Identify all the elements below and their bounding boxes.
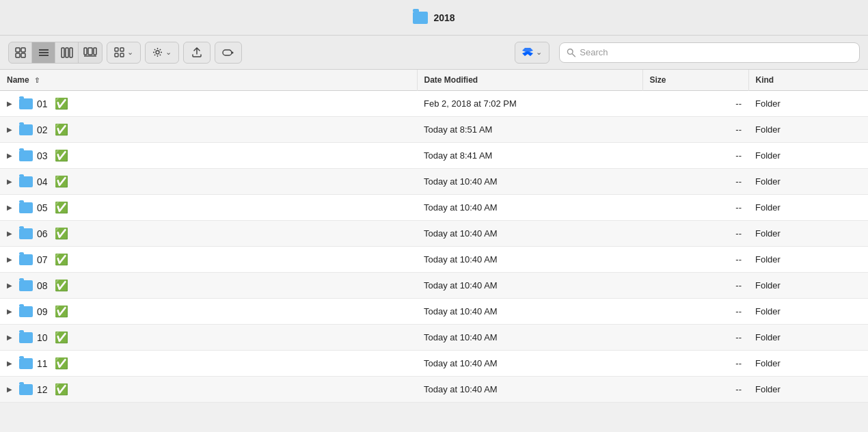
table-row[interactable]: ▶ 03 ✅ Today at 8:41 AM--Folder — [0, 143, 868, 169]
table-row[interactable]: ▶ 11 ✅ Today at 10:40 AM--Folder — [0, 351, 868, 377]
table-row[interactable]: ▶ 05 ✅ Today at 10:40 AM--Folder — [0, 195, 868, 221]
column-view-button[interactable] — [55, 42, 79, 64]
expand-arrow[interactable]: ▶ — [7, 204, 15, 211]
svg-rect-0 — [16, 48, 20, 52]
name-cell: ▶ 02 ✅ — [0, 117, 417, 143]
file-browser: Name ⇧ Date Modified Size Kind ▶ 01 ✅ — [0, 70, 868, 432]
search-bar[interactable] — [559, 42, 860, 63]
file-name: 12 — [37, 384, 48, 395]
gallery-view-button[interactable] — [79, 42, 102, 64]
name-cell: ▶ 07 ✅ — [0, 247, 417, 273]
file-name: 03 — [37, 150, 48, 161]
folder-icon — [19, 358, 33, 369]
kind-cell: Folder — [748, 143, 868, 169]
name-cell: ▶ 04 ✅ — [0, 169, 417, 195]
expand-arrow[interactable]: ▶ — [7, 126, 15, 133]
size-cell: -- — [642, 299, 748, 325]
file-name: 05 — [37, 202, 48, 213]
file-name: 08 — [37, 280, 48, 291]
gallery-view-icon — [83, 47, 97, 58]
svg-marker-22 — [522, 51, 533, 56]
svg-rect-9 — [70, 48, 72, 57]
table-row[interactable]: ▶ 09 ✅ Today at 10:40 AM--Folder — [0, 299, 868, 325]
folder-icon — [19, 176, 33, 187]
date-modified-cell: Today at 10:40 AM — [417, 351, 642, 377]
folder-icon — [19, 228, 33, 239]
expand-arrow[interactable]: ▶ — [7, 230, 15, 237]
icon-view-button[interactable] — [9, 42, 32, 64]
table-row[interactable]: ▶ 04 ✅ Today at 10:40 AM--Folder — [0, 169, 868, 195]
file-name: 06 — [37, 228, 48, 239]
expand-arrow[interactable]: ▶ — [7, 178, 15, 185]
search-icon — [567, 48, 575, 57]
size-cell: -- — [642, 351, 748, 377]
svg-rect-3 — [21, 53, 25, 57]
svg-rect-7 — [62, 48, 64, 57]
column-header-size[interactable]: Size — [642, 70, 748, 91]
expand-arrow[interactable]: ▶ — [7, 282, 15, 289]
table-row[interactable]: ▶ 12 ✅ Today at 10:40 AM--Folder — [0, 377, 868, 403]
dropbox-button[interactable]: ⌄ — [515, 42, 550, 64]
date-modified-cell: Today at 10:40 AM — [417, 325, 642, 351]
group-button[interactable]: ⌄ — [107, 42, 141, 64]
view-mode-group — [8, 42, 103, 64]
expand-arrow[interactable]: ▶ — [7, 256, 15, 263]
size-cell: -- — [642, 195, 748, 221]
folder-icon — [19, 306, 33, 317]
list-view-icon — [38, 47, 49, 58]
svg-point-20 — [232, 51, 234, 53]
search-input[interactable] — [580, 47, 852, 57]
dropbox-icon — [522, 47, 533, 58]
list-view-button[interactable] — [32, 42, 55, 64]
size-cell: -- — [642, 221, 748, 247]
share-button[interactable] — [183, 42, 211, 64]
date-modified-cell: Today at 10:40 AM — [417, 273, 642, 299]
table-row[interactable]: ▶ 06 ✅ Today at 10:40 AM--Folder — [0, 221, 868, 247]
column-view-icon — [61, 47, 73, 58]
kind-cell: Folder — [748, 351, 868, 377]
table-row[interactable]: ▶ 07 ✅ Today at 10:40 AM--Folder — [0, 247, 868, 273]
date-modified-cell: Today at 10:40 AM — [417, 299, 642, 325]
expand-arrow[interactable]: ▶ — [7, 308, 15, 315]
file-name: 01 — [37, 98, 48, 109]
expand-arrow[interactable]: ▶ — [7, 360, 15, 367]
expand-arrow[interactable]: ▶ — [7, 334, 15, 341]
column-header-kind[interactable]: Kind — [748, 70, 868, 91]
sync-status-icon: ✅ — [55, 331, 68, 344]
table-row[interactable]: ▶ 08 ✅ Today at 10:40 AM--Folder — [0, 273, 868, 299]
size-cell: -- — [642, 91, 748, 117]
table-row[interactable]: ▶ 01 ✅ Feb 2, 2018 at 7:02 PM--Folder — [0, 91, 868, 117]
sync-status-icon: ✅ — [55, 97, 68, 110]
svg-rect-16 — [115, 53, 118, 57]
svg-line-24 — [573, 53, 575, 56]
kind-cell: Folder — [748, 169, 868, 195]
icon-view-icon — [15, 47, 26, 58]
name-cell: ▶ 12 ✅ — [0, 377, 417, 403]
folder-icon — [19, 150, 33, 161]
svg-rect-2 — [16, 53, 20, 57]
svg-rect-10 — [84, 48, 87, 55]
sync-status-icon: ✅ — [55, 175, 68, 188]
size-cell: -- — [642, 143, 748, 169]
expand-arrow[interactable]: ▶ — [7, 152, 15, 159]
column-header-date[interactable]: Date Modified — [417, 70, 642, 91]
date-modified-cell: Feb 2, 2018 at 7:02 PM — [417, 91, 642, 117]
expand-arrow[interactable]: ▶ — [7, 100, 15, 107]
sync-status-icon: ✅ — [55, 201, 68, 214]
table-row[interactable]: ▶ 02 ✅ Today at 8:51 AM--Folder — [0, 117, 868, 143]
svg-rect-11 — [88, 48, 92, 55]
expand-arrow[interactable]: ▶ — [7, 386, 15, 393]
file-name: 09 — [37, 306, 48, 317]
action-button[interactable]: ⌄ — [145, 42, 179, 64]
svg-point-18 — [156, 51, 159, 54]
tag-button[interactable] — [215, 42, 242, 64]
folder-icon — [19, 280, 33, 291]
group-icon — [114, 47, 124, 57]
svg-rect-15 — [120, 48, 124, 51]
sync-status-icon: ✅ — [55, 279, 68, 292]
table-row[interactable]: ▶ 10 ✅ Today at 10:40 AM--Folder — [0, 325, 868, 351]
date-modified-cell: Today at 10:40 AM — [417, 247, 642, 273]
sync-status-icon: ✅ — [55, 357, 68, 370]
name-cell: ▶ 09 ✅ — [0, 299, 417, 325]
column-header-name[interactable]: Name ⇧ — [0, 70, 417, 91]
